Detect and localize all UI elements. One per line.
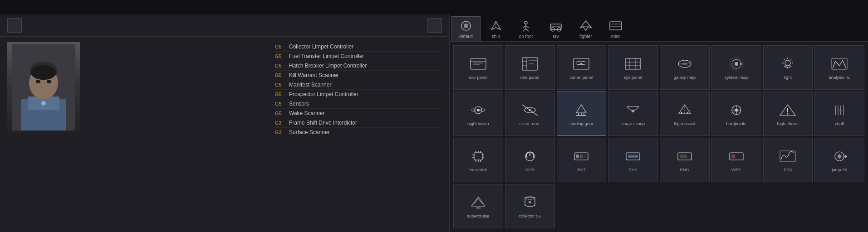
binding-cell-system-map[interactable]: system map xyxy=(711,45,761,90)
system-map-label: system map xyxy=(725,75,748,80)
binding-cell-wep[interactable]: WEP xyxy=(711,138,761,182)
on_foot-label: on foot xyxy=(519,34,533,39)
svg-point-7 xyxy=(36,80,40,83)
binding-cell-chaff[interactable]: chaff xyxy=(814,92,864,136)
binding-cell-jump56[interactable]: jump 56 xyxy=(814,138,864,182)
binding-cell-collector56[interactable]: collector 56 xyxy=(505,184,555,228)
sys-panel-label: sys panel xyxy=(624,75,642,80)
svg-rect-118 xyxy=(731,155,735,158)
binding-grade-8: G3 xyxy=(273,120,284,126)
flight-assist-icon xyxy=(676,102,694,118)
binding-cell-heat-sink[interactable]: heat sink xyxy=(453,138,503,182)
binding-cell-analysis-m[interactable]: analysis m. xyxy=(814,45,864,90)
nav-prev-button[interactable] xyxy=(7,18,22,33)
binding-row[interactable]: G5 Kill Warrant Scanner xyxy=(273,71,442,80)
svg-rect-42 xyxy=(625,58,641,69)
binding-cell-landing-gear[interactable]: landing gear xyxy=(557,92,607,136)
svg-point-6 xyxy=(31,65,56,80)
binding-cell-night-vision[interactable]: night vision xyxy=(453,92,503,136)
misc-label: misc xyxy=(611,34,621,39)
scb-icon xyxy=(521,148,539,164)
binding-name-5: Prospector Limpet Controller xyxy=(289,91,358,97)
binding-cell-scb[interactable]: SCB xyxy=(505,138,555,182)
bindings-grid: nav panel role panel comm panel sys pane… xyxy=(450,42,868,232)
tab-default[interactable]: default xyxy=(451,16,481,41)
binding-cell-rst[interactable]: RST xyxy=(557,138,607,182)
tab-ship[interactable]: ship xyxy=(481,16,510,41)
binding-grade-4: G5 xyxy=(273,82,284,87)
binding-name-4: Manifest Scanner xyxy=(289,82,331,88)
comm-panel-label: comm panel xyxy=(570,75,593,80)
binding-cell-hardpoints[interactable]: hardpoints xyxy=(711,92,761,136)
fighter-label: fighter xyxy=(579,34,592,39)
binding-cell-role-panel[interactable]: role panel xyxy=(505,45,555,90)
collector56-icon xyxy=(521,194,539,211)
heat-sink-icon xyxy=(469,148,487,164)
binding-cell-flight-assist[interactable]: flight assist xyxy=(660,92,710,136)
hardpoints-label: hardpoints xyxy=(726,121,746,126)
svg-line-59 xyxy=(784,59,785,60)
svg-point-50 xyxy=(735,62,738,66)
cargo-scoop-label: cargo scoop xyxy=(621,121,645,126)
pilot-header xyxy=(0,14,449,37)
svg-point-89 xyxy=(787,113,789,115)
binding-row[interactable]: G5 Manifest Scanner xyxy=(273,80,442,90)
binding-row[interactable]: G3 Frame Shift Drive Interdictor xyxy=(273,118,442,128)
sys-icon xyxy=(624,148,642,164)
binding-grade-0: G5 xyxy=(273,44,284,49)
fighter-icon xyxy=(579,19,593,32)
wep-label: WEP xyxy=(731,167,741,172)
svg-point-128 xyxy=(529,201,531,203)
svg-rect-64 xyxy=(832,58,847,69)
binding-cell-cargo-scoop[interactable]: cargo scoop xyxy=(608,92,658,136)
tab-on_foot[interactable]: on foot xyxy=(511,16,540,41)
main-content: G5 Collector Limpet Controller G5 Fuel T… xyxy=(0,14,868,232)
svg-marker-121 xyxy=(837,154,842,159)
svg-point-69 xyxy=(529,109,531,111)
high-threat-label: high. threat xyxy=(777,121,799,126)
tab-srv[interactable]: srv xyxy=(541,16,570,41)
binding-cell-galaxy-map[interactable]: galaxy map xyxy=(660,45,710,90)
binding-cell-eng[interactable]: ENG xyxy=(660,138,710,182)
night-vision-icon xyxy=(469,102,487,118)
tab-fighter[interactable]: fighter xyxy=(571,16,600,41)
binding-cell-fss[interactable]: FSS xyxy=(763,138,813,182)
nav-next-button[interactable] xyxy=(427,18,442,33)
binding-cell-comm-panel[interactable]: comm panel xyxy=(557,45,607,90)
avatar-image xyxy=(7,42,80,133)
binding-row[interactable]: G5 Collector Limpet Controller xyxy=(273,42,442,52)
binding-name-9: Surface Scanner xyxy=(289,129,329,135)
binding-cell-nav-panel[interactable]: nav panel xyxy=(453,45,503,90)
binding-grade-1: G5 xyxy=(273,53,284,59)
binding-cell-supercruise[interactable]: supercruise xyxy=(453,184,503,228)
binding-cell-sys-panel[interactable]: sys panel xyxy=(608,45,658,90)
svg-point-66 xyxy=(477,109,480,111)
srv-icon xyxy=(549,19,563,32)
binding-row[interactable]: G3 Surface Scanner xyxy=(273,128,442,137)
binding-name-2: Hatch Breaker Limpet Controller xyxy=(289,63,367,69)
landing-gear-icon xyxy=(572,102,590,118)
comm-panel-icon xyxy=(572,56,590,72)
svg-marker-25 xyxy=(580,21,591,30)
landing-gear-label: landing gear xyxy=(569,121,593,126)
binding-row[interactable]: G5 Sensors xyxy=(273,99,442,109)
hardpoints-icon xyxy=(727,102,745,118)
scb-label: SCB xyxy=(525,167,535,172)
binding-grade-6: G5 xyxy=(273,101,284,106)
binding-row[interactable]: G5 Prospector Limpet Controller xyxy=(273,90,442,99)
left-panel: G5 Collector Limpet Controller G5 Fuel T… xyxy=(0,14,449,232)
binding-grade-7: G5 xyxy=(273,111,284,116)
binding-cell-light[interactable]: light xyxy=(763,45,813,90)
binding-cell-high-threat[interactable]: high. threat xyxy=(763,92,813,136)
silent-runn-icon xyxy=(521,102,539,118)
svg-rect-30 xyxy=(471,58,486,69)
tab-misc[interactable]: misc xyxy=(601,16,630,41)
sys-panel-icon xyxy=(624,56,642,72)
ship-icon xyxy=(489,19,503,32)
on_foot-icon xyxy=(519,19,533,32)
binding-cell-sys[interactable]: SYS xyxy=(608,138,658,182)
binding-cell-silent-runn[interactable]: silent runn. xyxy=(505,92,555,136)
binding-row[interactable]: G5 Fuel Transfer Limpet Controller xyxy=(273,52,442,61)
binding-row[interactable]: G5 Wake Scanner xyxy=(273,109,442,118)
binding-row[interactable]: G5 Hatch Breaker Limpet Controller xyxy=(273,61,442,71)
